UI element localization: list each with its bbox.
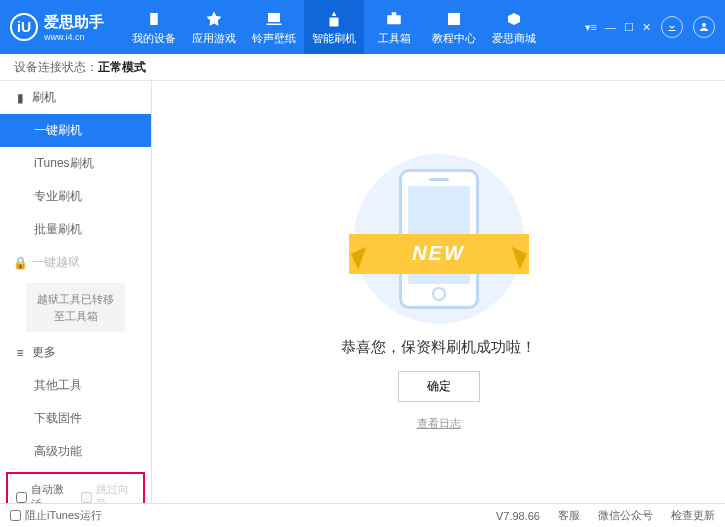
block-itunes-checkbox[interactable]: 阻止iTunes运行 xyxy=(10,508,102,523)
menu-icon[interactable]: ▾≡ xyxy=(585,21,597,34)
footer-link-wechat[interactable]: 微信公众号 xyxy=(598,508,653,523)
skip-guide-checkbox[interactable]: 跳过向导 xyxy=(81,482,136,503)
connection-status: 设备连接状态：正常模式 xyxy=(0,54,725,80)
nav-item-2[interactable]: 铃声壁纸 xyxy=(244,0,304,54)
list-icon: ≡ xyxy=(14,347,26,359)
logo-icon: iU xyxy=(10,13,38,41)
new-ribbon: NEW xyxy=(349,234,529,274)
footer-link-update[interactable]: 检查更新 xyxy=(671,508,715,523)
sidebar-flash-item-2[interactable]: 专业刷机 xyxy=(0,180,151,213)
sidebar-more-item-1[interactable]: 下载固件 xyxy=(0,402,151,435)
close-icon[interactable]: ✕ xyxy=(642,21,651,34)
ok-button[interactable]: 确定 xyxy=(398,371,480,402)
sidebar: ▮刷机 一键刷机iTunes刷机专业刷机批量刷机 🔒一键越狱 越狱工具已转移至工… xyxy=(0,81,152,503)
app-url: www.i4.cn xyxy=(44,32,104,42)
sidebar-flash-item-3[interactable]: 批量刷机 xyxy=(0,213,151,246)
nav-item-1[interactable]: 应用游戏 xyxy=(184,0,244,54)
maximize-icon[interactable]: ☐ xyxy=(624,21,634,34)
nav-item-0[interactable]: 我的设备 xyxy=(124,0,184,54)
nav-item-3[interactable]: 智能刷机 xyxy=(304,0,364,54)
lock-icon: 🔒 xyxy=(14,257,26,269)
user-icon[interactable] xyxy=(693,16,715,38)
sidebar-more-item-0[interactable]: 其他工具 xyxy=(0,369,151,402)
sidebar-section-flash[interactable]: ▮刷机 xyxy=(0,81,151,114)
window-controls: ▾≡ — ☐ ✕ xyxy=(585,21,651,34)
sidebar-section-more[interactable]: ≡更多 xyxy=(0,336,151,369)
version-label: V7.98.66 xyxy=(496,510,540,522)
nav-item-4[interactable]: 工具箱 xyxy=(364,0,424,54)
titlebar: iU 爱思助手 www.i4.cn 我的设备应用游戏铃声壁纸智能刷机工具箱教程中… xyxy=(0,0,725,54)
nav-icon-0 xyxy=(144,9,164,29)
nav-icon-5 xyxy=(444,9,464,29)
download-icon[interactable] xyxy=(661,16,683,38)
success-message: 恭喜您，保资料刷机成功啦！ xyxy=(341,338,536,357)
minimize-icon[interactable]: — xyxy=(605,21,616,34)
logo[interactable]: iU 爱思助手 www.i4.cn xyxy=(10,13,104,42)
nav-item-6[interactable]: 爱思商城 xyxy=(484,0,544,54)
sidebar-more-item-2[interactable]: 高级功能 xyxy=(0,435,151,468)
nav-icon-6 xyxy=(504,9,524,29)
highlighted-options: 自动激活 跳过向导 xyxy=(6,472,145,503)
sidebar-flash-item-1[interactable]: iTunes刷机 xyxy=(0,147,151,180)
phone-icon: ▮ xyxy=(14,92,26,104)
auto-activate-checkbox[interactable]: 自动激活 xyxy=(16,482,71,503)
top-nav: 我的设备应用游戏铃声壁纸智能刷机工具箱教程中心爱思商城 xyxy=(124,0,585,54)
sidebar-flash-item-0[interactable]: 一键刷机 xyxy=(0,114,151,147)
nav-item-5[interactable]: 教程中心 xyxy=(424,0,484,54)
sidebar-section-jailbreak: 🔒一键越狱 xyxy=(0,246,151,279)
footer: 阻止iTunes运行 V7.98.66 客服 微信公众号 检查更新 xyxy=(0,503,725,527)
nav-icon-1 xyxy=(204,9,224,29)
nav-icon-3 xyxy=(324,9,344,29)
nav-icon-2 xyxy=(264,9,284,29)
main-content: NEW 恭喜您，保资料刷机成功啦！ 确定 查看日志 xyxy=(152,81,725,503)
nav-icon-4 xyxy=(384,9,404,29)
jailbreak-moved-note: 越狱工具已转移至工具箱 xyxy=(26,283,125,332)
success-illustration: NEW xyxy=(329,154,549,324)
footer-link-support[interactable]: 客服 xyxy=(558,508,580,523)
app-title: 爱思助手 xyxy=(44,13,104,32)
view-log-link[interactable]: 查看日志 xyxy=(417,416,461,431)
